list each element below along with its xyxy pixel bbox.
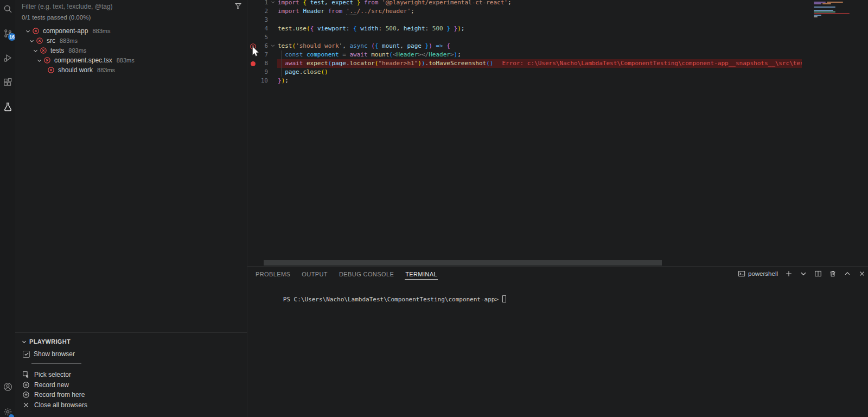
activity-item-search[interactable] (0, 2, 15, 15)
playwright-actions: Pick selectorRecord newRecord from hereC… (15, 370, 247, 410)
test-tree-item[interactable]: component-app883ms (15, 26, 247, 36)
test-item-label: should work (58, 66, 93, 74)
panel-actions: powershell (738, 270, 868, 277)
split-editor-icon[interactable] (814, 270, 822, 277)
code-text (277, 16, 802, 24)
code-line-4[interactable]: 4test.use({ viewport: { width: 500, heig… (247, 24, 802, 33)
fold-spacer (268, 77, 277, 85)
checkbox-checked-icon (23, 351, 30, 358)
close-icon[interactable] (858, 270, 866, 277)
filter-funnel-icon[interactable] (234, 2, 242, 10)
indent-guide (281, 50, 282, 77)
activity-item-run-debug[interactable] (0, 51, 15, 64)
pick-selector-icon (22, 371, 30, 378)
playwright-action-close-all-browsers[interactable]: Close all browsers (15, 400, 247, 410)
activity-item-source-control[interactable]: 16 (0, 27, 15, 40)
close-browsers-icon (22, 401, 30, 409)
code-editor[interactable]: 1import { test, expect } from '@playwrig… (247, 0, 868, 266)
editor-horizontal-scrollbar[interactable] (264, 260, 662, 266)
minimap[interactable] (814, 2, 851, 18)
playwright-action-pick-selector[interactable]: Pick selector (15, 370, 247, 380)
tab-output[interactable]: OUTPUT (301, 268, 328, 280)
code-line-3[interactable]: 3 (247, 16, 802, 24)
activity-bar: 16 (0, 0, 15, 417)
fold-chevron-icon[interactable] (268, 42, 277, 50)
code-text: test('should work', async ({ mount, page… (277, 42, 802, 50)
line-number: 3 (258, 16, 268, 24)
playwright-section: PLAYWRIGHT Show browser Pick selectorRec… (15, 332, 247, 417)
chevron-spacer (39, 66, 47, 74)
code-text: import Header from '../../src/header'; (277, 7, 802, 16)
code-line-9[interactable]: 9 page.close() (247, 68, 802, 77)
minimap-line (814, 13, 851, 14)
minimap-line (814, 5, 851, 6)
gutter-glyph (247, 33, 258, 42)
gutter-glyph (247, 0, 258, 7)
playwright-action-record-from-here[interactable]: Record from here (15, 390, 247, 400)
test-tree-item[interactable]: tests883ms (15, 46, 247, 55)
scm-badge: 16 (8, 33, 16, 41)
line-number: 5 (258, 33, 268, 42)
tab-problems[interactable]: PROBLEMS (255, 268, 291, 280)
testing-icon (3, 102, 12, 111)
test-item-duration: 883ms (92, 28, 110, 34)
test-fail-icon (40, 47, 47, 54)
terminal-prompt: PS C:\Users\Nacho\LambdaTest\ComponentTe… (283, 296, 499, 303)
bottom-panel: PROBLEMSOUTPUTDEBUG CONSOLETERMINAL powe… (247, 266, 868, 417)
chevron-down-icon (35, 56, 43, 65)
minimap-line (814, 10, 851, 11)
extensions-icon (3, 78, 12, 87)
code-line-5[interactable]: 5 (247, 33, 802, 42)
shell-selector[interactable]: powershell (738, 270, 778, 277)
code-line-10[interactable]: 10}); (247, 77, 802, 85)
code-line-1[interactable]: 1import { test, expect } from '@playwrig… (247, 0, 802, 7)
chevron-down-icon (31, 46, 40, 55)
test-fail-icon (32, 27, 40, 35)
chevron-down-icon[interactable] (800, 270, 807, 277)
code-line-2[interactable]: 2import Header from '../../src/header'; (247, 7, 802, 16)
playwright-section-header[interactable]: PLAYWRIGHT (20, 337, 71, 346)
test-tree-item[interactable]: src883ms (15, 36, 247, 46)
tab-terminal[interactable]: TERMINAL (405, 268, 438, 280)
test-item-label: tests (50, 47, 64, 54)
test-explorer-sidebar: 0/1 tests passed (0.00%) component-app88… (15, 0, 247, 417)
minimap-seg (827, 2, 843, 3)
activity-item-extensions[interactable] (0, 75, 15, 89)
tab-debug-console[interactable]: DEBUG CONSOLE (339, 268, 394, 280)
test-item-label: component-app (43, 27, 88, 35)
minimap-seg (814, 7, 835, 8)
trash-icon[interactable] (829, 270, 837, 277)
minimap-line (814, 3, 851, 4)
test-item-duration: 883ms (68, 47, 86, 54)
terminal-content[interactable]: PS C:\Users\Nacho\LambdaTest\ComponentTe… (261, 288, 506, 310)
activity-item-account[interactable] (0, 380, 15, 393)
activity-item-testing[interactable] (0, 100, 15, 113)
minimap-seg (814, 15, 821, 16)
fold-spacer (268, 68, 277, 77)
show-browser-label: Show browser (34, 350, 75, 358)
chevron-down-icon (23, 27, 32, 35)
breakpoint-dot (251, 61, 256, 66)
activity-item-settings[interactable] (0, 405, 15, 417)
code-line-7[interactable]: 7 const component = await mount(<Header>… (247, 50, 802, 59)
vscode-window: 16 0/1 tests passed (0.00%) component-ap… (0, 0, 868, 417)
test-tree-item[interactable]: component.spec.tsx883ms (15, 55, 247, 65)
minimap-seg (814, 13, 850, 14)
playwright-action-label: Record from here (34, 391, 85, 399)
test-item-duration: 883ms (97, 67, 115, 73)
code-line-6[interactable]: 6test('should work', async ({ mount, pag… (247, 42, 802, 50)
fold-spacer (268, 7, 277, 16)
test-item-label: component.spec.tsx (54, 56, 112, 64)
gutter-glyph (247, 7, 258, 16)
playwright-action-record-new[interactable]: Record new (15, 380, 247, 390)
minimap-seg (814, 11, 835, 12)
code-line-8[interactable]: 8 await expect(page.locator("header>h1")… (247, 59, 802, 68)
show-browser-checkbox[interactable]: Show browser (23, 350, 75, 358)
breakpoint-icon[interactable] (247, 59, 258, 68)
test-tree-item[interactable]: should work883ms (15, 65, 247, 75)
chevron-up-icon[interactable] (844, 270, 851, 277)
filter-input[interactable] (22, 2, 228, 11)
plus-icon[interactable] (785, 270, 793, 277)
fold-chevron-icon[interactable] (268, 0, 277, 7)
fold-spacer (268, 16, 277, 24)
